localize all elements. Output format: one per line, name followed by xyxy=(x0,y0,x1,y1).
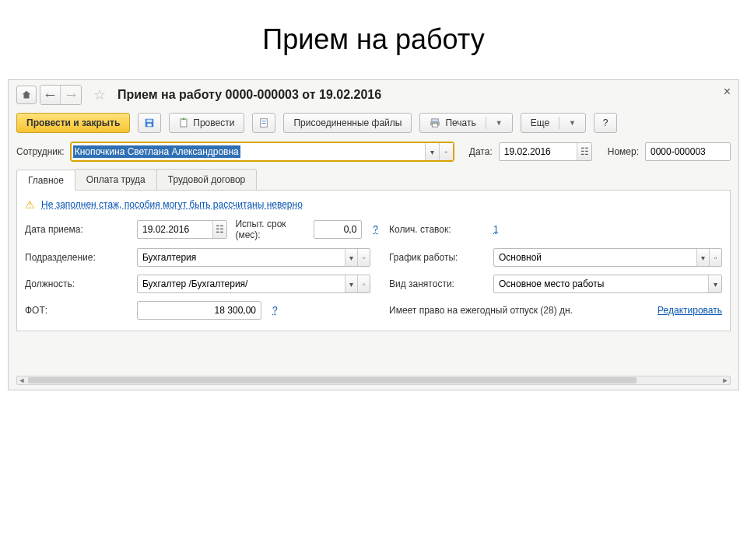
post-and-close-button[interactable]: Провести и закрыть xyxy=(16,113,130,133)
open-ref-icon[interactable]: ▫ xyxy=(709,249,721,266)
department-label: Подразделение: xyxy=(25,252,126,263)
open-ref-icon[interactable]: ▫ xyxy=(439,143,453,160)
attached-label: Присоединенные файлы xyxy=(293,117,402,128)
department-input[interactable] xyxy=(138,249,345,266)
svg-rect-3 xyxy=(181,119,187,127)
rates-link[interactable]: 1 xyxy=(493,224,722,235)
calendar-icon[interactable]: ☷ xyxy=(577,143,591,160)
employee-value: Кнопочкина Светлана Александровна xyxy=(73,145,240,158)
forward-button[interactable]: 🡒 xyxy=(61,86,81,104)
post-label: Провести xyxy=(193,117,234,128)
header-fields-row: Сотрудник: Кнопочкина Светлана Александр… xyxy=(9,139,738,164)
save-button[interactable] xyxy=(138,113,161,133)
scroll-left-icon[interactable]: ◄ xyxy=(17,376,26,384)
toolbar: Провести и закрыть Провести Присоединенн… xyxy=(9,108,738,139)
scroll-right-icon[interactable]: ► xyxy=(721,376,730,384)
date-field[interactable]: ☷ xyxy=(499,142,592,161)
more-button[interactable]: Еще ▼ xyxy=(521,113,586,133)
more-label: Еще xyxy=(531,117,549,128)
fot-input[interactable] xyxy=(138,302,261,319)
open-ref-icon[interactable]: ▫ xyxy=(357,249,370,266)
tab-bar: Главное Оплата труда Трудовой договор xyxy=(16,169,731,191)
date-label: Дата: xyxy=(469,146,493,157)
close-button[interactable]: × xyxy=(724,85,731,99)
print-button[interactable]: Печать ▼ xyxy=(419,113,512,133)
probation-label: Испыт. срок (мес): xyxy=(235,219,305,240)
rates-label: Колич. ставок: xyxy=(389,224,482,235)
employment-field[interactable]: ▾ xyxy=(493,275,722,293)
number-input xyxy=(646,143,730,160)
svg-rect-5 xyxy=(262,121,266,121)
create-based-on-button[interactable] xyxy=(252,113,275,133)
slide-title: Прием на работу xyxy=(0,23,747,56)
number-field xyxy=(645,142,731,161)
window-header: 🡐 🡒 ☆ Прием на работу 0000-000003 от 19.… xyxy=(9,80,738,108)
schedule-label: График работы: xyxy=(389,252,482,263)
position-field[interactable]: ▾ ▫ xyxy=(137,275,370,293)
post-and-close-label: Провести и закрыть xyxy=(26,117,120,128)
svg-rect-7 xyxy=(432,119,439,121)
number-label: Номер: xyxy=(608,146,639,157)
schedule-input[interactable] xyxy=(494,249,696,266)
hire-date-field[interactable]: ☷ xyxy=(137,220,227,239)
warning-row: ⚠ Не заполнен стаж, пособия могут быть р… xyxy=(25,198,722,211)
employment-label: Вид занятости: xyxy=(389,278,482,289)
back-button[interactable]: 🡐 xyxy=(40,86,61,104)
department-field[interactable]: ▾ ▫ xyxy=(137,248,370,267)
tab-main-body: ⚠ Не заполнен стаж, пособия могут быть р… xyxy=(16,191,731,331)
svg-rect-2 xyxy=(148,124,152,127)
horizontal-scrollbar[interactable]: ◄ ► xyxy=(16,376,731,385)
fot-help-icon[interactable]: ? xyxy=(272,305,278,316)
position-input[interactable] xyxy=(138,275,345,292)
scroll-thumb[interactable] xyxy=(28,377,637,383)
tab-contract[interactable]: Трудовой договор xyxy=(156,169,257,190)
open-ref-icon[interactable]: ▫ xyxy=(357,275,370,292)
employment-input[interactable] xyxy=(494,275,708,292)
printer-icon xyxy=(430,118,440,128)
warning-link[interactable]: Не заполнен стаж, пособия могут быть рас… xyxy=(41,199,303,210)
help-button[interactable]: ? xyxy=(594,113,617,133)
employee-label: Сотрудник: xyxy=(16,146,65,157)
fot-field[interactable] xyxy=(137,301,261,320)
calendar-icon[interactable]: ☷ xyxy=(212,221,226,238)
home-button[interactable] xyxy=(16,86,37,104)
schedule-field[interactable]: ▾ ▫ xyxy=(493,248,722,267)
probation-input[interactable] xyxy=(314,221,362,238)
probation-help-icon[interactable]: ? xyxy=(373,224,378,235)
position-label: Должность: xyxy=(25,278,126,289)
dropdown-icon[interactable]: ▾ xyxy=(425,143,439,160)
svg-rect-6 xyxy=(262,123,266,124)
favorite-star-icon[interactable]: ☆ xyxy=(91,86,108,103)
post-icon xyxy=(179,117,188,128)
main-form-grid: Дата приема: ☷ Испыт. срок (мес): ? Коли… xyxy=(25,219,722,320)
date-input[interactable] xyxy=(500,143,577,160)
tab-main[interactable]: Главное xyxy=(16,170,75,191)
attached-files-button[interactable]: Присоединенные файлы xyxy=(283,113,412,133)
employee-field[interactable]: Кнопочкина Светлана Александровна ▾ ▫ xyxy=(71,142,454,161)
svg-rect-9 xyxy=(433,124,438,127)
probation-field[interactable] xyxy=(314,220,363,239)
dropdown-icon[interactable]: ▾ xyxy=(345,249,357,266)
warning-icon: ⚠ xyxy=(25,198,35,211)
fot-label: ФОТ: xyxy=(25,305,126,316)
tab-payment[interactable]: Оплата труда xyxy=(75,169,157,190)
dropdown-icon[interactable]: ▾ xyxy=(708,275,721,292)
dropdown-icon[interactable]: ▾ xyxy=(345,275,357,292)
edit-vacation-link[interactable]: Редактировать xyxy=(658,305,722,316)
nav-back-forward: 🡐 🡒 xyxy=(40,85,82,105)
app-window: 🡐 🡒 ☆ Прием на работу 0000-000003 от 19.… xyxy=(8,79,739,390)
svg-rect-1 xyxy=(147,120,153,123)
dropdown-icon[interactable]: ▾ xyxy=(696,249,709,266)
print-label: Печать xyxy=(445,117,475,128)
vacation-note: Имеет право на ежегодный отпуск (28) дн. xyxy=(389,305,573,316)
hire-date-input[interactable] xyxy=(138,221,212,238)
post-button[interactable]: Провести xyxy=(169,113,244,133)
window-title: Прием на работу 0000-000003 от 19.02.201… xyxy=(117,88,381,102)
hire-date-label: Дата приема: xyxy=(25,224,126,235)
